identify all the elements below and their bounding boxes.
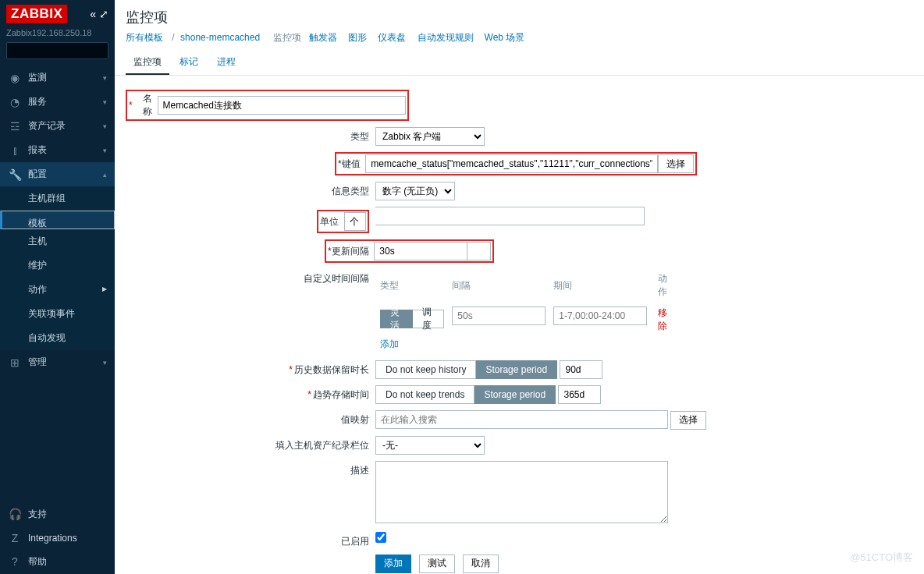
nav-support[interactable]: 🎧支持 [0,502,115,526]
nav-monitoring[interactable]: ◉监测▾ [0,66,115,90]
sub-hostgroups[interactable]: 主机群组 [0,186,115,211]
sidebar: ZABBIX «⤢ Zabbix192.168.250.18 🔍 ◉监测▾ ◔服… [0,0,115,574]
cancel-button[interactable]: 取消 [463,555,499,573]
tab-tags[interactable]: 标记 [172,51,206,73]
chevron-right-icon: ▸ [102,283,107,296]
bc-all-templates[interactable]: 所有模板 [126,32,163,43]
main: 监控项 所有模板 / shone-memcached 监控项 触发器 图形 仪表… [115,0,924,574]
headset-icon: 🎧 [8,508,22,520]
search-input[interactable]: 🔍 [6,42,108,59]
chevron-down-icon: ▾ [103,122,107,130]
list-icon: ☲ [8,120,22,133]
nav-admin[interactable]: ⊞管理▾ [0,350,115,374]
unit-rest [375,207,645,225]
watermark: @51CTO博客 [850,551,913,565]
eye-icon: ◉ [8,72,22,84]
nav-integrations[interactable]: ZIntegrations [0,526,115,550]
name-label: 名称 [134,92,152,119]
bc-tab-triggers[interactable]: 触发器 [309,32,337,43]
ci-interval-input[interactable] [452,306,546,325]
ci-type-toggle[interactable]: 灵活 调度 [380,310,444,328]
history-label: 历史数据保留时长 [294,364,369,375]
unit-input[interactable] [344,212,366,231]
nav-main: ◉监测▾ ◔服务▾ ☲资产记录▾ ⫿报表▾ 🔧配置▴ [0,66,115,186]
bar-icon: ⫿ [8,144,22,157]
valuemap-label: 值映射 [341,414,369,425]
ci-period-input[interactable] [553,306,647,325]
tab-item[interactable]: 监控项 [126,51,169,75]
trend-label: 趋势存储时间 [313,389,369,400]
trend-value-input[interactable] [558,385,601,404]
tab-preproc[interactable]: 进程 [209,51,243,73]
info-type-label: 信息类型 [332,186,369,197]
bc-tab-discovery[interactable]: 自动发现规则 [418,32,474,43]
bc-tab-web[interactable]: Web 场景 [485,32,525,43]
add-button[interactable]: 添加 [375,555,411,573]
bc-tab-graphs[interactable]: 图形 [348,32,367,43]
breadcrumb: 所有模板 / shone-memcached 监控项 触发器 图形 仪表盘 自动… [115,31,924,51]
chevron-down-icon: ▾ [103,74,107,82]
name-input[interactable] [158,96,407,115]
sub-correlation[interactable]: 关联项事件 [0,302,115,326]
history-toggle[interactable]: Do not keep history Storage period [375,360,557,379]
logo-row: ZABBIX «⤢ [0,0,115,28]
sub-actions[interactable]: 动作▸ [0,278,115,302]
valuemap-select-button[interactable]: 选择 [670,411,706,430]
grid-icon: ⊞ [8,356,22,369]
nav-configuration[interactable]: 🔧配置▴ [0,162,115,186]
page-title: 监控项 [115,0,924,31]
ci-th-period: 期间 [550,271,650,303]
ci-add-link[interactable]: 添加 [380,338,399,349]
info-type-select[interactable]: 数字 (无正负) [375,182,455,200]
key-input[interactable] [365,154,658,173]
question-icon: ? [8,555,22,568]
type-label: 类型 [350,131,369,142]
ci-th-interval: 间隔 [449,271,549,303]
test-button[interactable]: 测试 [419,555,455,573]
custom-interval-table: 类型 间隔 期间 动作 灵活 调度 [375,269,672,354]
bc-template[interactable]: shone-memcached [180,32,260,43]
inventory-label: 填入主机资产纪录栏位 [275,440,369,451]
key-label: 键值 [342,158,361,171]
custom-interval-label: 自定义时间间隔 [304,273,369,284]
bc-tab-items[interactable]: 监控项 [273,32,301,43]
unit-label: 单位 [320,215,339,229]
form-tabs: 监控项 标记 进程 [115,51,924,76]
chevron-down-icon: ▾ [103,98,107,106]
ci-th-action: 动作 [652,271,670,303]
z-icon: Z [8,532,22,544]
history-value-input[interactable] [560,360,602,379]
chevron-down-icon: ▾ [103,359,107,367]
sub-hosts[interactable]: 主机 [0,229,115,253]
collapse-icon[interactable]: «⤢ [90,8,108,20]
bc-tab-dash[interactable]: 仪表盘 [378,32,406,43]
valuemap-input[interactable] [375,410,668,429]
logo: ZABBIX [6,5,67,23]
nav-inventory[interactable]: ☲资产记录▾ [0,114,115,138]
server-name: Zabbix192.168.250.18 [0,28,115,42]
clock-icon: ◔ [8,96,22,108]
sub-maintenance[interactable]: 维护 [0,253,115,278]
enabled-label: 已启用 [341,536,369,547]
enabled-checkbox[interactable] [375,532,386,543]
ci-remove-link[interactable]: 移除 [658,307,667,331]
ci-th-type: 类型 [377,271,447,303]
nav-reports[interactable]: ⫿报表▾ [0,138,115,162]
chevron-down-icon: ▾ [103,147,107,154]
chevron-up-icon: ▴ [103,171,107,179]
key-select-button[interactable]: 选择 [658,154,694,173]
interval-label: 更新间隔 [332,245,369,258]
trend-toggle[interactable]: Do not keep trends Storage period [375,385,556,404]
form: *名称 类型 Zabbix 客户端 *键值 选择 信息类型 [115,76,924,574]
sub-discovery[interactable]: 自动发现 [0,326,115,350]
nav-help[interactable]: ?帮助 [0,550,115,574]
nav-services[interactable]: ◔服务▾ [0,90,115,114]
nav-config-sub: 主机群组 模板 主机 维护 动作▸ 关联项事件 自动发现 [0,186,115,350]
sub-templates[interactable]: 模板 [0,211,115,229]
desc-label: 描述 [350,465,369,476]
wrench-icon: 🔧 [8,168,22,181]
desc-textarea[interactable] [375,461,668,523]
interval-input[interactable] [374,242,467,260]
inventory-select[interactable]: -无- [375,436,485,455]
type-select[interactable]: Zabbix 客户端 [375,127,485,146]
